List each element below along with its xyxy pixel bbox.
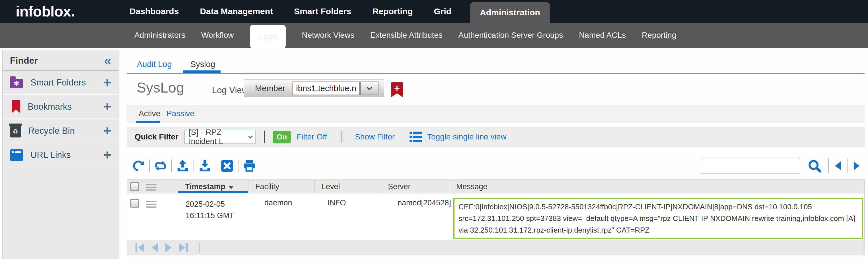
search-next-icon[interactable] [854,161,860,170]
select-all-cell [127,180,143,193]
top-nav-administration-active[interactable]: Administration [470,2,550,23]
top-nav-dashboards[interactable]: Dashboards [129,6,179,16]
search-prev-icon[interactable] [835,161,841,170]
column-header-server[interactable]: Server [381,180,450,193]
row-drag-handle-icon[interactable] [146,201,178,208]
clear-button[interactable] [219,159,235,172]
syslog-table: Timestamp Facility Level Server Message … [127,180,865,240]
bookmark-add-icon[interactable] [391,82,403,97]
filter-on-toggle[interactable]: On [273,131,291,143]
message-line: src=172.31.101.250 spt=37383 view=_defau… [459,213,858,224]
tab-passive[interactable]: Passive [166,109,194,118]
column-menu-cell [143,180,178,193]
member-dropdown-button[interactable] [360,81,378,95]
divider [149,159,150,172]
sidebar-item-bookmarks[interactable]: Bookmarks + [3,95,119,119]
column-header-timestamp[interactable]: Timestamp [178,180,248,193]
sub-nav-named-acls[interactable]: Named ACLs [579,31,626,40]
filter-off-link[interactable]: Filter Off [297,132,327,141]
top-nav: Dashboards Data Management Smart Folders… [129,0,550,23]
first-page-button[interactable] [135,243,144,252]
sidebar-item-label: Smart Folders [30,77,86,88]
cell-server: named[204528] [381,193,450,240]
upload-button[interactable] [175,159,191,172]
tab-audit-log[interactable]: Audit Log [137,60,172,69]
sub-nav-reporting[interactable]: Reporting [642,31,676,40]
sidebar-item-url-links[interactable]: URL Links + [3,143,119,167]
member-label: Member [255,84,285,93]
last-page-button[interactable] [179,243,188,252]
cell-facility: daemon [248,193,315,240]
sort-desc-icon [229,186,234,189]
cell-level: INFO [315,193,381,240]
timestamp-time: 16:11:15 GMT [186,210,248,221]
select-all-checkbox[interactable] [130,182,139,191]
divider [216,159,216,172]
sub-nav-workflow[interactable]: Workflow [201,31,234,40]
sub-nav-network-views[interactable]: Network Views [302,31,354,40]
active-tab-indicator [136,121,160,123]
show-filter-link[interactable]: Show Filter [355,132,395,141]
add-url-link-button[interactable]: + [103,148,111,162]
chevron-down-icon [248,134,253,138]
quick-filter-select[interactable]: [S] - RPZ Incident L [184,130,256,144]
top-nav-data-management[interactable]: Data Management [200,6,273,16]
member-selector: Member [244,79,384,97]
add-recycle-button[interactable]: + [103,124,111,138]
top-nav-reporting[interactable]: Reporting [373,6,413,16]
message-line: via 32.250.101.31.172.rpz-client-ip.deny… [459,224,858,236]
search-input[interactable] [701,158,800,174]
top-nav-grid[interactable]: Grid [434,6,452,16]
pagination-bar [127,240,865,255]
table-row[interactable]: 2025-02-05 16:11:15 GMT daemon INFO name… [127,193,864,240]
sidebar-item-smart-folders[interactable]: Smart Folders + [3,71,119,95]
quick-filter-value: [S] - RPZ Incident L [189,128,248,146]
divider [341,131,342,143]
row-menu-cell [143,193,178,240]
timestamp-date: 2025-02-05 [186,198,248,210]
table-header-row: Timestamp Facility Level Server Message [127,180,864,193]
print-button[interactable] [241,159,257,172]
toggle-single-line-view-link[interactable]: Toggle single line view [427,132,506,141]
refresh-button[interactable] [130,159,147,172]
sorted-column-indicator [178,191,248,193]
active-passive-tabs: Active Passive [127,105,865,123]
search-icon[interactable] [807,158,822,173]
collapse-panel-icon[interactable]: « [104,52,111,69]
sidebar-item-recycle-bin[interactable]: Recycle Bin + [3,119,119,143]
cell-message: CEF:0|Infoblox|NIOS|9.0.5-52728-5501324f… [450,193,864,240]
top-nav-smart-folders[interactable]: Smart Folders [294,6,351,16]
sidebar-item-label: Bookmarks [28,102,72,112]
quick-filter-label: Quick Filter [134,132,179,141]
member-input[interactable] [292,81,360,95]
auto-refresh-button[interactable] [152,159,169,172]
finder-panel: Finder « Smart Folders + Bookmarks + Rec… [2,50,119,259]
add-smart-folder-button[interactable]: + [103,76,111,89]
main-content: Audit Log Syslog SysLog Log Viewer Membe… [127,48,865,259]
tab-underline [127,73,865,74]
prev-page-button[interactable] [152,243,158,252]
row-checkbox[interactable] [130,199,139,208]
message-line: CEF:0|Infoblox|NIOS|9.0.5-52728-5501324f… [459,201,858,213]
next-page-button[interactable] [165,243,172,252]
download-button[interactable] [197,159,213,172]
single-line-view-icon[interactable] [409,131,422,143]
column-header-message[interactable]: Message [450,180,864,193]
url-links-icon [10,149,23,161]
sub-nav-logs-active[interactable]: Logs [250,25,286,48]
sub-nav-administrators[interactable]: Administrators [134,31,185,40]
sub-nav-auth-server-groups[interactable]: Authentication Server Groups [459,31,563,40]
column-header-facility[interactable]: Facility [248,180,315,193]
chevron-down-icon [367,85,372,90]
column-menu-icon[interactable] [146,184,178,191]
add-bookmark-button[interactable]: + [103,100,111,114]
table-toolbar [127,155,865,180]
sub-nav-extensible-attributes[interactable]: Extensible Attributes [370,31,442,40]
column-header-level[interactable]: Level [315,180,381,193]
smart-folders-icon [10,79,23,88]
row-select-cell [127,193,143,240]
highlighted-message: CEF:0|Infoblox|NIOS|9.0.5-52728-5501324f… [453,198,863,239]
infoblox-logo[interactable]: infoblox. [16,0,75,23]
tab-active-selected[interactable]: Active [138,109,160,118]
tab-syslog-active[interactable]: Syslog [190,60,215,69]
